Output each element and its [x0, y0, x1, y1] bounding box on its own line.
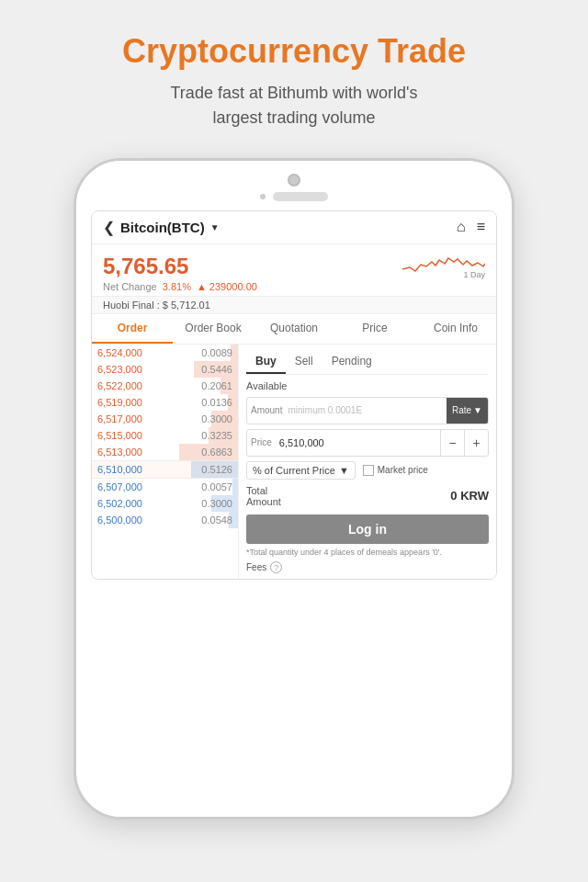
percent-dropdown-icon: ▼ [339, 465, 349, 476]
login-button[interactable]: Log in [246, 514, 489, 544]
speaker-row [260, 192, 328, 201]
percent-label: % of Current Price [253, 465, 335, 476]
mini-chart: 1 Day [207, 250, 485, 279]
order-row: 6,507,000 0.0057 [92, 479, 238, 495]
tab-coin-info[interactable]: Coin Info [415, 314, 496, 344]
price-area: 5,765.65 1 Day Net Change 3.81% ▲ 239000… [92, 244, 496, 297]
net-change-value: 3.81% [163, 281, 191, 292]
fees-row: Fees ? [246, 561, 489, 573]
page-background: Cryptocurrency Trade Trade fast at Bithu… [0, 0, 588, 882]
order-row: 6,519,000 0.0136 [92, 394, 238, 411]
order-price: 6,515,000 [97, 430, 142, 441]
amount-placeholder[interactable]: minimum 0.0001E [286, 405, 447, 415]
phone-container: ❮ Bitcoin(BTC) ▼ ⌂ ≡ 5,765.65 [74, 158, 514, 820]
order-price: 6,523,000 [97, 364, 142, 375]
tab-order-book[interactable]: Order Book [173, 314, 254, 344]
main-content: 6,524,000 0.0089 6,523,000 0.5446 6,522,… [92, 345, 496, 580]
coin-dropdown-icon[interactable]: ▼ [210, 222, 220, 232]
hero-title: Cryptocurrency Trade [122, 33, 466, 70]
tabs-row: Order Order Book Quotation Price Coin In… [92, 314, 496, 345]
order-price: 6,513,000 [97, 447, 142, 458]
app-header: ❮ Bitcoin(BTC) ▼ ⌂ ≡ [92, 211, 496, 244]
app-header-right: ⌂ ≡ [457, 219, 485, 235]
order-price: 6,517,000 [97, 413, 142, 424]
total-label: TotalAmount [246, 485, 281, 507]
order-price: 6,510,000 [97, 464, 142, 475]
order-vol: 0.0548 [201, 514, 232, 526]
trade-tab-sell[interactable]: Sell [286, 350, 322, 374]
fees-label: Fees [246, 562, 266, 572]
home-icon[interactable]: ⌂ [457, 219, 466, 235]
trade-tab-buy[interactable]: Buy [246, 350, 286, 374]
order-row: 6,513,000 0.6863 [92, 444, 238, 460]
order-row: 6,502,000 0.3000 [92, 495, 238, 512]
phone-dot-left [260, 194, 266, 199]
phone-screen: ❮ Bitcoin(BTC) ▼ ⌂ ≡ 5,765.65 [91, 210, 497, 581]
order-vol: 0.5126 [201, 464, 232, 475]
order-price: 6,524,000 [97, 347, 142, 358]
price-main: 5,765.65 1 Day [103, 250, 485, 279]
amount-input-row[interactable]: Amount minimum 0.0001E Rate ▼ [246, 397, 489, 424]
camera-icon [288, 174, 300, 187]
trade-tabs: Buy Sell Pending [246, 350, 489, 375]
order-vol: 0.3000 [201, 413, 232, 424]
price-label: Price [247, 437, 276, 447]
disclaimer-text: *Total quantity under 4 places of demeal… [246, 548, 489, 559]
order-price: 6,522,000 [97, 380, 142, 391]
order-row-buy-highlight: 6,510,000 0.5126 [92, 460, 238, 479]
percent-row: % of Current Price ▼ Market price [246, 461, 489, 480]
rate-dropdown-icon: ▼ [473, 405, 482, 415]
hero-subtitle: Trade fast at Bithumb with world'slarges… [122, 81, 466, 130]
order-price: 6,507,000 [97, 481, 142, 492]
available-label: Available [246, 380, 489, 391]
phone-speaker [273, 192, 328, 201]
order-row: 6,522,000 0.2061 [92, 378, 238, 394]
order-vol: 0.3235 [201, 430, 232, 441]
price-value: 5,765.65 [103, 254, 188, 279]
tab-price[interactable]: Price [334, 314, 415, 344]
phone-outer: ❮ Bitcoin(BTC) ▼ ⌂ ≡ 5,765.65 [74, 158, 514, 820]
price-change: Net Change 3.81% ▲ 239000.00 [103, 281, 485, 292]
order-row: 6,500,000 0.0548 [92, 512, 238, 528]
price-plus-button[interactable]: + [464, 430, 488, 456]
order-vol: 0.0057 [201, 481, 232, 492]
hero-section: Cryptocurrency Trade Trade fast at Bithu… [85, 0, 503, 149]
price-minus-button[interactable]: − [440, 430, 464, 456]
phone-notch [76, 161, 512, 201]
order-vol: 0.5446 [201, 364, 232, 375]
rate-button[interactable]: Rate ▼ [447, 398, 488, 424]
menu-icon[interactable]: ≡ [477, 219, 485, 235]
order-price: 6,500,000 [97, 514, 142, 526]
market-price-checkbox[interactable] [363, 465, 374, 476]
app-header-left: ❮ Bitcoin(BTC) ▼ [103, 219, 457, 236]
order-vol: 0.2061 [201, 380, 232, 391]
trading-panel: Buy Sell Pending Available Amount minimu… [239, 345, 496, 580]
order-price: 6,519,000 [97, 397, 142, 408]
market-price-check: Market price [363, 465, 428, 476]
order-price: 6,502,000 [97, 498, 142, 509]
fees-help-icon[interactable]: ? [270, 561, 282, 573]
back-icon[interactable]: ❮ [103, 219, 115, 236]
chart-label: 1 Day [463, 270, 485, 279]
order-vol: 0.6863 [201, 447, 232, 458]
order-book-column: 6,524,000 0.0089 6,523,000 0.5446 6,522,… [92, 345, 239, 580]
coin-title: Bitcoin(BTC) [120, 220, 205, 235]
order-row: 6,524,000 0.0089 [92, 345, 238, 361]
huobi-bar: Huobi Final : $ 5,712.01 [92, 297, 496, 314]
order-vol: 0.0089 [201, 347, 232, 358]
total-value: 0 KRW [450, 489, 489, 503]
order-vol: 0.3000 [201, 498, 232, 509]
tab-quotation[interactable]: Quotation [254, 314, 334, 344]
net-change-label: Net Change [103, 281, 157, 292]
trade-tab-pending[interactable]: Pending [322, 350, 381, 374]
price-input-value[interactable]: 6,510,000 [276, 437, 440, 448]
order-row: 6,515,000 0.3235 [92, 427, 238, 444]
order-row: 6,523,000 0.5446 [92, 361, 238, 378]
rate-label: Rate [452, 405, 471, 415]
market-price-label: Market price [378, 465, 428, 475]
total-row: TotalAmount 0 KRW [246, 485, 489, 507]
order-row: 6,517,000 0.3000 [92, 411, 238, 427]
tab-order[interactable]: Order [92, 314, 173, 344]
price-input-row[interactable]: Price 6,510,000 − + [246, 429, 489, 457]
percent-dropdown[interactable]: % of Current Price ▼ [246, 461, 356, 480]
